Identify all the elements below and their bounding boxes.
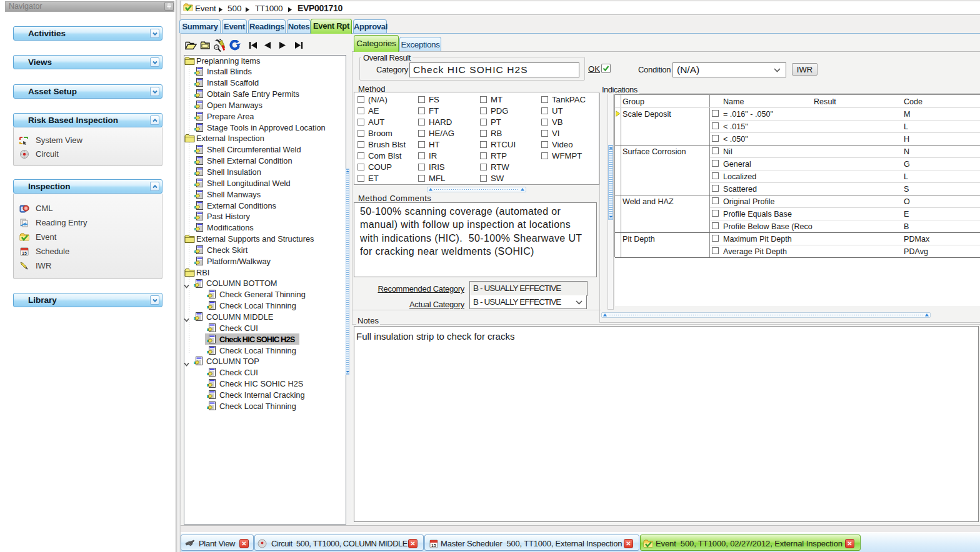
svg-text:15: 15: [22, 251, 27, 255]
svg-text:15: 15: [431, 543, 436, 548]
